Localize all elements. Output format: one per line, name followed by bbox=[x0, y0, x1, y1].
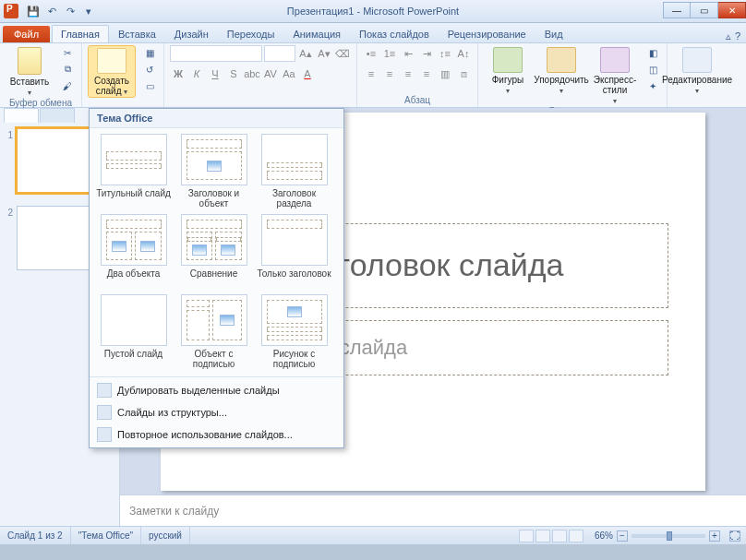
normal-view-icon[interactable] bbox=[519, 530, 534, 542]
ribbon-tabs: Файл Главная Вставка Дизайн Переходы Ани… bbox=[0, 23, 746, 43]
section-icon[interactable]: ▭ bbox=[141, 78, 158, 93]
numbering-icon[interactable]: 1≡ bbox=[381, 45, 398, 62]
maximize-button[interactable]: ▭ bbox=[691, 2, 718, 18]
strike-icon[interactable]: S bbox=[225, 66, 242, 82]
indent-inc-icon[interactable]: ⇥ bbox=[418, 45, 435, 62]
reset-icon[interactable]: ↺ bbox=[141, 62, 158, 77]
layout-title-only[interactable]: Только заголовок bbox=[254, 214, 334, 289]
font-size-select[interactable] bbox=[264, 45, 295, 62]
underline-icon[interactable]: Ч bbox=[207, 66, 223, 82]
zoom-level: 66% bbox=[595, 530, 613, 541]
quick-styles-label: Экспресс-стили bbox=[594, 75, 637, 95]
sorter-view-icon[interactable] bbox=[535, 530, 550, 542]
quick-styles-button[interactable]: Экспресс-стили▾ bbox=[591, 45, 639, 106]
indent-dec-icon[interactable]: ⇤ bbox=[400, 45, 416, 62]
shapes-button[interactable]: Фигуры▾ bbox=[484, 45, 532, 96]
status-theme: "Тема Office" bbox=[71, 527, 141, 544]
font-color-icon[interactable]: A bbox=[299, 66, 316, 82]
italic-icon[interactable]: К bbox=[188, 66, 205, 82]
shape-fill-icon[interactable]: ◧ bbox=[644, 45, 661, 60]
notes-pane[interactable]: Заметки к слайду bbox=[120, 494, 746, 526]
slideshow-view-icon[interactable] bbox=[569, 530, 584, 542]
cut-icon[interactable]: ✂ bbox=[59, 45, 76, 60]
tab-view[interactable]: Вид bbox=[535, 25, 572, 42]
help-icon[interactable]: ? bbox=[735, 30, 740, 42]
shape-effects-icon[interactable]: ✦ bbox=[644, 78, 661, 93]
text-direction-icon[interactable]: A↕ bbox=[455, 45, 472, 62]
shapes-icon bbox=[493, 47, 523, 73]
clear-format-icon[interactable]: ⌫ bbox=[334, 45, 351, 62]
outline-label: Слайды из структуры... bbox=[117, 407, 227, 418]
new-slide-icon bbox=[97, 48, 126, 74]
layout-picture-caption[interactable]: Рисунок с подписью bbox=[254, 294, 334, 369]
new-slide-layout-gallery: Тема Office Титульный слайд Заголовок и … bbox=[89, 108, 344, 448]
zoom-control: 66% − + ⛶ bbox=[589, 530, 746, 542]
grow-font-icon[interactable]: A▴ bbox=[297, 45, 314, 62]
columns-icon[interactable]: ▥ bbox=[437, 66, 453, 82]
layout-section-header[interactable]: Заголовок раздела bbox=[254, 134, 334, 209]
status-language[interactable]: русский bbox=[141, 527, 190, 544]
thumbnails-tab-outline[interactable] bbox=[40, 108, 75, 123]
tab-animation[interactable]: Анимация bbox=[283, 25, 350, 42]
qat-customize-icon[interactable]: ▾ bbox=[81, 4, 96, 18]
group-editing: Редактирование▾ bbox=[668, 43, 727, 107]
paste-icon bbox=[18, 47, 42, 75]
editing-button[interactable]: Редактирование▾ bbox=[673, 45, 721, 96]
bold-icon[interactable]: Ж bbox=[170, 66, 186, 82]
zoom-out-button[interactable]: − bbox=[617, 530, 628, 542]
layout-comparison[interactable]: Сравнение bbox=[174, 214, 254, 289]
layout-blank[interactable]: Пустой слайд bbox=[93, 294, 174, 369]
file-tab[interactable]: Файл bbox=[3, 26, 50, 42]
zoom-slider[interactable] bbox=[632, 534, 705, 538]
duplicate-slides-action[interactable]: Дублировать выделенные слайды bbox=[90, 379, 343, 401]
align-left-icon[interactable]: ≡ bbox=[363, 66, 379, 82]
shrink-font-icon[interactable]: A▾ bbox=[316, 45, 332, 62]
zoom-in-button[interactable]: + bbox=[709, 530, 720, 542]
reading-view-icon[interactable] bbox=[552, 530, 567, 542]
justify-icon[interactable]: ≡ bbox=[418, 66, 435, 82]
layout-icon[interactable]: ▦ bbox=[141, 45, 158, 60]
align-right-icon[interactable]: ≡ bbox=[400, 66, 416, 82]
new-slide-button[interactable]: Создать слайд ▾ bbox=[88, 45, 136, 98]
slides-from-outline-action[interactable]: Слайды из структуры... bbox=[90, 401, 343, 423]
minimize-ribbon-icon[interactable]: ▵ bbox=[726, 30, 731, 42]
tab-review[interactable]: Рецензирование bbox=[439, 25, 535, 42]
arrange-label: Упорядочить bbox=[534, 75, 589, 85]
group-font: A▴ A▾ ⌫ Ж К Ч S abc AV Aa A Шрифт bbox=[164, 43, 357, 107]
layout-title-slide[interactable]: Титульный слайд bbox=[93, 134, 174, 209]
undo-icon[interactable]: ↶ bbox=[44, 4, 59, 18]
reuse-slides-action[interactable]: Повторное использование слайдов... bbox=[90, 423, 343, 446]
tab-transitions[interactable]: Переходы bbox=[218, 25, 284, 42]
minimize-button[interactable]: — bbox=[663, 2, 691, 18]
tab-insert[interactable]: Вставка bbox=[109, 25, 165, 42]
arrange-button[interactable]: Упорядочить▾ bbox=[537, 45, 585, 96]
group-clipboard: Вставить▾ ✂ ⧉ 🖌 Буфер обмена bbox=[0, 43, 82, 107]
spacing-icon[interactable]: AV bbox=[262, 66, 279, 82]
paste-button[interactable]: Вставить▾ bbox=[6, 45, 54, 98]
layout-content-caption[interactable]: Объект с подписью bbox=[174, 294, 254, 369]
align-center-icon[interactable]: ≡ bbox=[381, 66, 398, 82]
find-icon bbox=[682, 47, 712, 73]
close-button[interactable]: ✕ bbox=[718, 2, 746, 18]
line-spacing-icon[interactable]: ↕≡ bbox=[437, 45, 453, 62]
layout-title-content[interactable]: Заголовок и объект bbox=[174, 134, 254, 209]
tab-design[interactable]: Дизайн bbox=[165, 25, 218, 42]
tab-slideshow[interactable]: Показ слайдов bbox=[350, 25, 439, 42]
tab-home[interactable]: Главная bbox=[52, 25, 109, 42]
bullets-icon[interactable]: •≡ bbox=[363, 45, 379, 62]
redo-icon[interactable]: ↷ bbox=[63, 4, 78, 18]
duplicate-icon bbox=[97, 383, 112, 398]
fit-to-window-button[interactable]: ⛶ bbox=[729, 530, 740, 542]
thumbnails-tab-slides[interactable] bbox=[4, 108, 39, 123]
duplicate-label: Дублировать выделенные слайды bbox=[117, 385, 280, 396]
format-painter-icon[interactable]: 🖌 bbox=[59, 78, 76, 93]
shadow-icon[interactable]: abc bbox=[244, 66, 260, 82]
layout-two-content[interactable]: Два объекта bbox=[93, 214, 174, 289]
font-family-select[interactable] bbox=[170, 45, 262, 62]
case-icon[interactable]: Aa bbox=[281, 66, 297, 82]
smartart-icon[interactable]: ⧈ bbox=[455, 66, 472, 82]
title-bar: 💾 ↶ ↷ ▾ Презентация1 - Microsoft PowerPo… bbox=[0, 0, 746, 23]
copy-icon[interactable]: ⧉ bbox=[59, 62, 76, 77]
save-icon[interactable]: 💾 bbox=[26, 4, 41, 18]
shape-outline-icon[interactable]: ◫ bbox=[644, 62, 661, 77]
